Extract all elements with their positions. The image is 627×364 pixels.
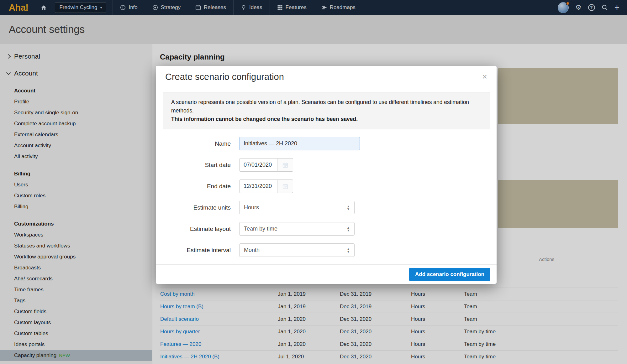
form-row-name: Name <box>156 137 497 150</box>
estimate-layout-select[interactable]: Team by time ▲▼ <box>239 222 355 236</box>
modal-title: Create scenario configuration <box>165 72 284 82</box>
estimate-units-label: Estimate units <box>156 204 231 211</box>
description-text: A scenario represents one possible versi… <box>171 98 482 115</box>
end-date-input[interactable] <box>239 179 277 193</box>
start-date-calendar-button[interactable] <box>277 158 293 172</box>
name-label: Name <box>156 140 231 147</box>
select-value: Month <box>244 247 260 253</box>
start-date-input[interactable] <box>239 158 277 172</box>
name-input[interactable] <box>239 137 360 150</box>
calendar-icon <box>282 184 288 189</box>
select-arrows-icon: ▲▼ <box>347 226 350 232</box>
estimate-interval-label: Estimate interval <box>156 247 231 254</box>
select-arrows-icon: ▲▼ <box>347 205 350 211</box>
calendar-icon <box>282 162 288 168</box>
create-scenario-modal: Create scenario configuration × A scenar… <box>156 66 497 284</box>
form-row-estimate-units: Estimate units Hours ▲▼ <box>156 201 497 214</box>
form-row-start-date: Start date <box>156 158 497 172</box>
scenario-form: Name Start date End date <box>156 137 497 257</box>
select-arrows-icon: ▲▼ <box>347 247 350 253</box>
add-scenario-configuration-button[interactable]: Add scenario configuration <box>409 268 490 281</box>
start-date-label: Start date <box>156 162 231 169</box>
end-date-calendar-button[interactable] <box>277 179 293 193</box>
modal-header: Create scenario configuration × <box>156 66 497 88</box>
form-row-estimate-layout: Estimate layout Team by time ▲▼ <box>156 222 497 236</box>
form-row-end-date: End date <box>156 179 497 193</box>
estimate-units-select[interactable]: Hours ▲▼ <box>239 201 355 214</box>
modal-description: A scenario represents one possible versi… <box>163 92 490 129</box>
estimate-layout-label: Estimate layout <box>156 226 231 232</box>
description-bold-text: This information cannot be changed once … <box>171 115 482 123</box>
close-icon[interactable]: × <box>482 73 487 81</box>
end-date-label: End date <box>156 183 231 190</box>
select-value: Team by time <box>244 226 277 232</box>
estimate-interval-select[interactable]: Month ▲▼ <box>239 243 355 257</box>
form-row-estimate-interval: Estimate interval Month ▲▼ <box>156 243 497 257</box>
modal-footer: Add scenario configuration <box>156 264 497 284</box>
select-value: Hours <box>244 204 259 211</box>
